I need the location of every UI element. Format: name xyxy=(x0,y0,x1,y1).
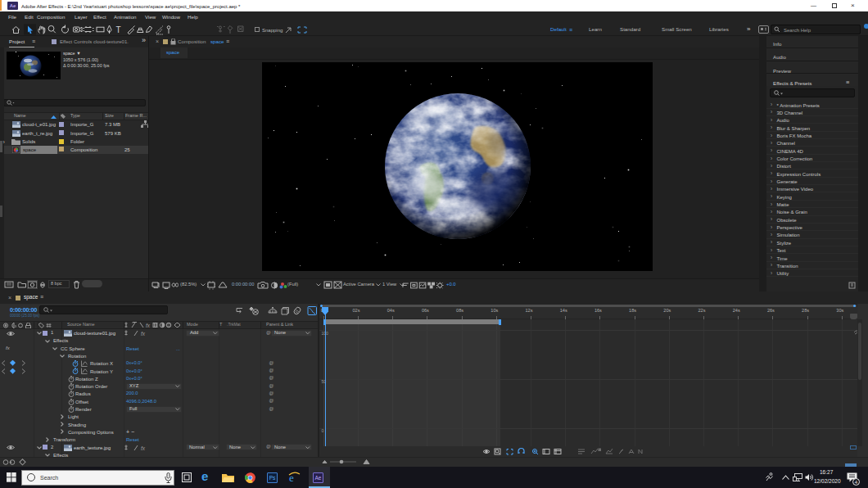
svg-text:fx: fx xyxy=(141,331,146,337)
svg-text:fx: fx xyxy=(141,445,146,451)
svg-text:fx: fx xyxy=(146,323,151,328)
svg-text:T: T xyxy=(116,25,121,34)
